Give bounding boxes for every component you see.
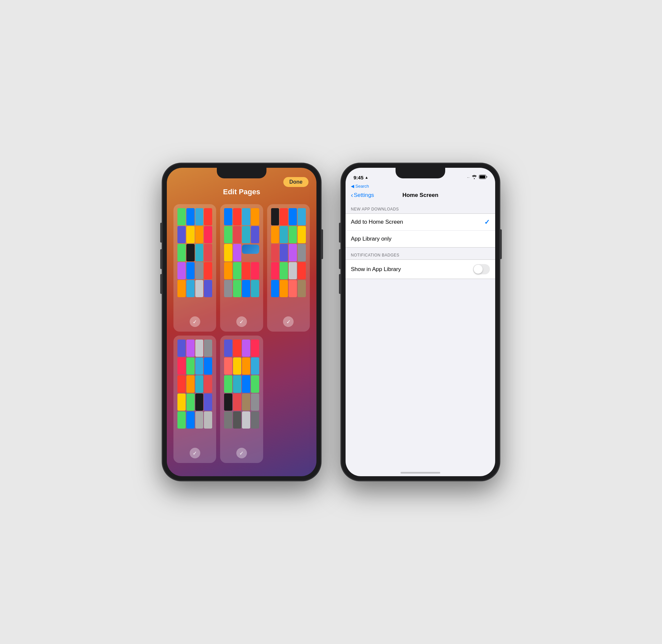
- show-in-app-library-row[interactable]: Show in App Library: [346, 260, 495, 279]
- check-circle-5[interactable]: ✓: [236, 448, 247, 458]
- settings-content: NEW APP DOWNLOADS Add to Home Screen ✓ A…: [346, 202, 495, 279]
- page-apps-5: [223, 338, 260, 430]
- left-phone: Done Edit Pages ✓: [162, 163, 321, 481]
- page-thumb-1[interactable]: ✓: [174, 204, 216, 331]
- status-icons: ··: [467, 175, 487, 180]
- add-to-home-screen-label: Add to Home Screen: [351, 219, 403, 225]
- page-apps-3: [270, 207, 307, 299]
- back-chevron-icon: ‹: [351, 191, 353, 199]
- new-app-downloads-group: Add to Home Screen ✓ App Library only: [346, 213, 495, 248]
- section-header-1: NEW APP DOWNLOADS: [346, 202, 495, 213]
- app-library-only-label: App Library only: [351, 236, 392, 242]
- back-label: Settings: [354, 192, 374, 199]
- wifi-icon: [472, 175, 477, 180]
- page-thumb-5[interactable]: ✓: [220, 336, 263, 463]
- toggle-knob: [474, 265, 483, 274]
- show-in-app-library-label: Show in App Library: [351, 266, 401, 273]
- right-phone-screen: 9:45 ▲ ··: [346, 168, 495, 476]
- check-circle-1[interactable]: ✓: [190, 316, 200, 327]
- page-apps-4: [176, 338, 213, 430]
- left-phone-screen: Done Edit Pages ✓: [167, 168, 316, 476]
- right-phone: 9:45 ▲ ··: [341, 163, 500, 481]
- checkmark-icon: ✓: [484, 218, 490, 226]
- back-button[interactable]: ‹ Settings: [351, 191, 374, 199]
- svg-rect-1: [480, 176, 485, 178]
- page-apps-1: [176, 207, 213, 299]
- notch-right: [395, 168, 445, 178]
- add-to-home-screen-row[interactable]: Add to Home Screen ✓: [346, 214, 495, 231]
- done-button[interactable]: Done: [283, 177, 309, 187]
- home-indicator: [401, 472, 440, 474]
- page-apps-2: [223, 207, 260, 299]
- check-circle-4[interactable]: ✓: [190, 448, 200, 458]
- page-thumb-4[interactable]: ✓: [174, 336, 216, 463]
- notification-badges-group: Show in App Library: [346, 259, 495, 279]
- app-library-only-row[interactable]: App Library only: [346, 231, 495, 247]
- edit-pages-title: Edit Pages: [167, 188, 316, 196]
- check-circle-2[interactable]: ✓: [236, 316, 247, 327]
- pages-grid: ✓ ✓: [174, 204, 310, 463]
- page-thumb-3[interactable]: ✓: [267, 204, 310, 331]
- nav-bar: ‹ Settings Home Screen: [346, 190, 495, 202]
- show-in-app-library-toggle[interactable]: [473, 264, 490, 274]
- signal-icon: ··: [467, 176, 470, 179]
- section-header-2: NOTIFICATION BADGES: [346, 248, 495, 259]
- notch: [217, 168, 267, 178]
- page-thumb-2[interactable]: ✓: [220, 204, 263, 331]
- battery-icon: [479, 175, 487, 180]
- nav-title: Home Screen: [403, 192, 439, 199]
- search-hint: ◀ Search: [346, 184, 495, 190]
- check-circle-3[interactable]: ✓: [283, 316, 294, 327]
- location-arrow-icon: ▲: [365, 176, 368, 179]
- status-time: 9:45 ▲: [353, 175, 368, 180]
